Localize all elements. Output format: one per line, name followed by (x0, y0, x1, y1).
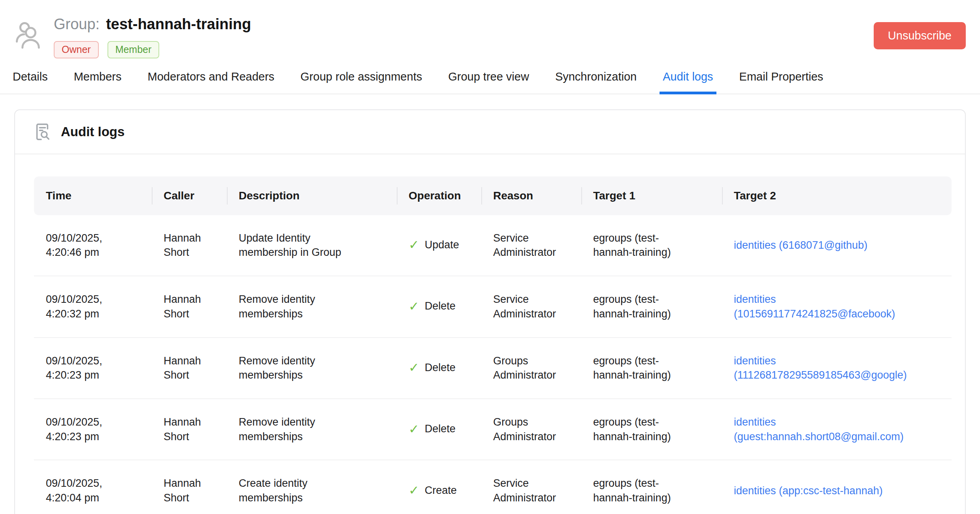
operation-cell: ✓ Delete (397, 276, 481, 338)
time-text: 09/10/2025, 4:20:23 pm (46, 415, 113, 444)
column-header-reason: Reason (481, 176, 581, 215)
member-badge: Member (107, 41, 160, 58)
reason-text: Service Administrator (493, 476, 568, 505)
tab-label: Members (74, 70, 122, 83)
operation-cell: ✓ Delete (397, 338, 481, 399)
table-row: 09/10/2025, 4:20:32 pm Hannah Short Remo… (34, 276, 952, 338)
tab-label: Synchronization (555, 70, 637, 83)
time-text: 09/10/2025, 4:20:04 pm (46, 476, 113, 505)
description-cell: Create identity memberships (227, 460, 397, 514)
tab-email-properties[interactable]: Email Properties (739, 70, 824, 94)
caller-cell: Hannah Short (152, 460, 227, 514)
audit-logs-icon (33, 122, 51, 142)
column-header-operation: Operation (397, 176, 481, 215)
target1-text: egroups (test-hannah-training) (593, 231, 688, 260)
page-title: Group:test-hannah-training (54, 16, 251, 33)
operation-label: Create (425, 483, 457, 498)
target1-cell: egroups (test-hannah-training) (581, 399, 722, 460)
table-row: 09/10/2025, 4:20:04 pm Hannah Short Crea… (34, 460, 952, 514)
target1-cell: egroups (test-hannah-training) (581, 215, 722, 276)
card-header: Audit logs (15, 110, 965, 154)
operation-status: ✓ Update (409, 238, 459, 252)
column-header-caller: Caller (152, 176, 227, 215)
target1-cell: egroups (test-hannah-training) (581, 338, 722, 399)
target1-cell: egroups (test-hannah-training) (581, 460, 722, 514)
check-icon: ✓ (409, 238, 419, 251)
target2-cell: identities (111268178295589185463@google… (722, 338, 952, 399)
description-cell: Remove identity memberships (227, 338, 397, 399)
table-body: 09/10/2025, 4:20:46 pm Hannah Short Upda… (34, 215, 952, 514)
operation-label: Delete (425, 360, 456, 375)
operation-status: ✓ Delete (409, 360, 456, 375)
tab-label: Details (13, 70, 48, 83)
unsubscribe-button[interactable]: Unsubscribe (874, 22, 966, 49)
tab-audit-logs[interactable]: Audit logs (663, 70, 713, 94)
check-icon: ✓ (409, 300, 419, 313)
title-block: Group:test-hannah-training Owner Member (54, 13, 251, 58)
badge-row: Owner Member (54, 41, 251, 58)
table-row: 09/10/2025, 4:20:46 pm Hannah Short Upda… (34, 215, 952, 276)
target2-cell: identities (app:csc-test-hannah) (722, 460, 952, 514)
description-text: Remove identity memberships (239, 292, 345, 321)
description-cell: Remove identity memberships (227, 399, 397, 460)
target2-link[interactable]: identities (app:csc-test-hannah) (734, 484, 883, 498)
column-header-time: Time (34, 176, 152, 215)
target2-link[interactable]: identities (6168071@github) (734, 238, 867, 253)
target2-cell: identities (6168071@github) (722, 215, 952, 276)
group-people-icon (14, 13, 42, 58)
reason-cell: Groups Administrator (481, 399, 581, 460)
target2-cell: identities (guest:hannah.short08@gmail.c… (722, 399, 952, 460)
reason-text: Service Administrator (493, 292, 568, 321)
operation-status: ✓ Create (409, 483, 457, 498)
tab-members[interactable]: Members (74, 70, 122, 94)
operation-status: ✓ Delete (409, 299, 456, 313)
caller-text: Hannah Short (164, 231, 213, 260)
reason-cell: Service Administrator (481, 215, 581, 276)
tab-label: Email Properties (739, 70, 824, 83)
tab-group-role-assignments[interactable]: Group role assignments (300, 70, 422, 94)
description-text: Remove identity memberships (239, 354, 345, 383)
check-icon: ✓ (409, 423, 419, 435)
description-cell: Remove identity memberships (227, 276, 397, 338)
time-text: 09/10/2025, 4:20:32 pm (46, 292, 113, 321)
operation-status: ✓ Delete (409, 422, 456, 436)
column-header-target-1: Target 1 (581, 176, 722, 215)
caller-text: Hannah Short (164, 354, 213, 383)
column-header-description: Description (227, 176, 397, 215)
time-text: 09/10/2025, 4:20:23 pm (46, 354, 113, 383)
description-cell: Update Identity membership in Group (227, 215, 397, 276)
column-header-target-2: Target 2 (722, 176, 952, 215)
target1-text: egroups (test-hannah-training) (593, 415, 688, 444)
target2-link[interactable]: identities (guest:hannah.short08@gmail.c… (734, 415, 927, 444)
operation-label: Update (425, 238, 459, 252)
description-text: Remove identity memberships (239, 415, 345, 444)
caller-cell: Hannah Short (152, 399, 227, 460)
reason-cell: Service Administrator (481, 276, 581, 338)
tab-synchronization[interactable]: Synchronization (555, 70, 637, 94)
header-left: Group:test-hannah-training Owner Member (14, 13, 251, 58)
operation-cell: ✓ Create (397, 460, 481, 514)
reason-cell: Groups Administrator (481, 338, 581, 399)
target2-link[interactable]: identities (10156911774241825@facebook) (734, 292, 927, 321)
time-cell: 09/10/2025, 4:20:04 pm (34, 460, 152, 514)
audit-logs-table: TimeCallerDescriptionOperationReasonTarg… (34, 176, 952, 514)
check-icon: ✓ (409, 361, 419, 374)
operation-cell: ✓ Delete (397, 399, 481, 460)
tab-label: Group role assignments (300, 70, 422, 83)
tab-details[interactable]: Details (13, 70, 48, 94)
owner-badge: Owner (54, 41, 99, 58)
operation-label: Delete (425, 422, 456, 436)
tab-group-tree-view[interactable]: Group tree view (448, 70, 529, 94)
time-text: 09/10/2025, 4:20:46 pm (46, 231, 113, 260)
target1-text: egroups (test-hannah-training) (593, 292, 688, 321)
target2-link[interactable]: identities (111268178295589185463@google… (734, 354, 927, 383)
time-cell: 09/10/2025, 4:20:46 pm (34, 215, 152, 276)
operation-cell: ✓ Update (397, 215, 481, 276)
table-header-row: TimeCallerDescriptionOperationReasonTarg… (34, 176, 952, 215)
tab-label: Moderators and Readers (148, 70, 275, 83)
time-cell: 09/10/2025, 4:20:23 pm (34, 399, 152, 460)
description-text: Create identity memberships (239, 476, 345, 505)
reason-text: Groups Administrator (493, 354, 568, 383)
time-cell: 09/10/2025, 4:20:23 pm (34, 338, 152, 399)
tab-moderators-and-readers[interactable]: Moderators and Readers (148, 70, 275, 94)
